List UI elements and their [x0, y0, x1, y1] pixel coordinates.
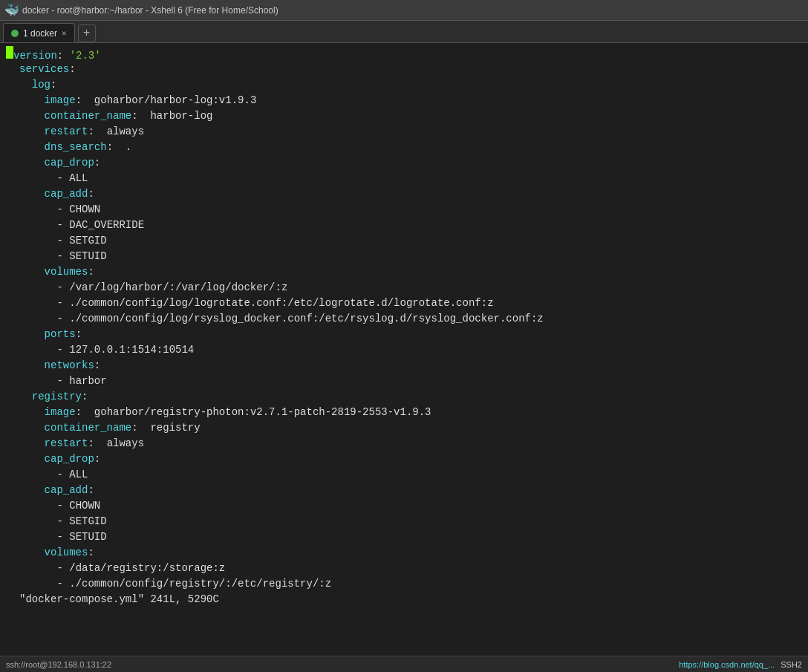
line-part: ALL: [69, 467, 88, 483]
line-part: -: [56, 280, 69, 296]
terminal-line: - /var/log/harbor/:/var/log/docker/:z: [6, 280, 802, 296]
status-right: https://blog.csdn.net/qq_... SSH2: [679, 660, 802, 669]
line-part: :: [88, 186, 94, 202]
line-part: :: [69, 62, 75, 77]
line-part: registry: [150, 420, 200, 436]
terminal-line: restart: always: [6, 436, 802, 451]
terminal-line: - 127.0.0.1:1514:10514: [6, 342, 802, 358]
terminal-line: dns_search: .: [6, 140, 802, 155]
line-part: :: [76, 327, 82, 342]
line-part: ALL: [69, 171, 88, 186]
line-part: CHOWN: [69, 202, 100, 218]
tab-status-dot: [11, 30, 19, 37]
terminal-line: restart: always: [6, 124, 802, 140]
line-part: harbor-log: [150, 108, 212, 124]
terminal-line: volumes:: [6, 545, 802, 561]
line-part: -: [56, 233, 69, 249]
line-part: :: [82, 389, 88, 405]
line-part: SETUID: [69, 529, 106, 545]
line-part: :: [88, 483, 94, 498]
terminal-line: volumes:: [6, 264, 802, 280]
line-part: cap_drop: [45, 155, 94, 171]
line-part: :: [76, 405, 94, 420]
terminal-line: - ./common/config/log/logrotate.conf:/et…: [6, 296, 802, 311]
line-part: image: [45, 93, 76, 108]
line-part: cap_drop: [45, 451, 94, 467]
line-part: log: [32, 77, 50, 93]
line-part: SETGID: [69, 233, 106, 249]
line-part: always: [107, 124, 144, 140]
cursor: [6, 46, 13, 59]
line-part: :: [88, 124, 106, 140]
line-part: networks: [45, 358, 94, 373]
line-part: "docker-compose.yml" 241L, 5290C: [19, 592, 219, 607]
docker-icon: 🐳: [6, 4, 18, 16]
line-part: ./common/config/registry/:/etc/registry/…: [69, 576, 331, 592]
line-part: ./common/config/log/rsyslog_docker.conf:…: [69, 311, 544, 327]
line-part: :: [94, 451, 100, 467]
terminal-line: networks:: [6, 358, 802, 373]
title-bar: 🐳 docker - root@harbor:~/harbor - Xshell…: [0, 0, 808, 21]
line-part: container_name: [45, 108, 132, 124]
terminal-line: services:: [6, 62, 802, 77]
line-part: -: [56, 467, 69, 483]
line-part: -: [56, 514, 69, 529]
line-part: ports: [45, 327, 76, 342]
line-part: cap_add: [45, 186, 88, 202]
terminal-line: - harbor: [6, 373, 802, 389]
line-part: -: [56, 498, 69, 514]
line-part: goharbor/harbor-log:v1.9.3: [94, 93, 256, 108]
tab-bar: 1 docker ✕ +: [0, 21, 808, 43]
line-part: -: [56, 342, 69, 358]
terminal-line: - ./common/config/registry/:/etc/registr…: [6, 576, 802, 592]
line-part: -: [56, 171, 69, 186]
line-part: -: [56, 561, 69, 576]
line-part: goharbor/registry-photon:v2.7.1-patch-28…: [94, 405, 431, 420]
status-bar: ssh://root@192.168.0.131:22 https://blog…: [0, 656, 808, 672]
new-tab-button[interactable]: +: [78, 25, 96, 42]
line-part: SETGID: [69, 514, 106, 529]
terminal-line: - ./common/config/log/rsyslog_docker.con…: [6, 311, 802, 327]
line-part: -: [56, 529, 69, 545]
terminal-line: - ALL: [6, 467, 802, 483]
terminal-line: - SETGID: [6, 233, 802, 249]
line-part: restart: [45, 124, 88, 140]
line-part: dns_search: [45, 140, 107, 155]
terminal-line: - CHOWN: [6, 202, 802, 218]
line-part: :: [94, 358, 100, 373]
terminal-line: image: goharbor/harbor-log:v1.9.3: [6, 93, 802, 108]
terminal-line: - SETGID: [6, 514, 802, 529]
line-part: cap_add: [45, 483, 88, 498]
terminal-line: cap_drop:: [6, 155, 802, 171]
title-text: docker - root@harbor:~/harbor - Xshell 6…: [22, 5, 278, 16]
terminal-line: cap_add:: [6, 186, 802, 202]
line-part: container_name: [45, 420, 132, 436]
terminal-line: container_name: harbor-log: [6, 108, 802, 124]
line-part: registry: [32, 389, 82, 405]
line-part: -: [56, 373, 69, 389]
terminal-line: registry:: [6, 389, 802, 405]
terminal-line: version: '2.3': [6, 46, 802, 62]
line-part: :: [50, 77, 56, 93]
line-part: :: [88, 436, 106, 451]
line-part: harbor: [69, 373, 106, 389]
tab-close-button[interactable]: ✕: [62, 28, 67, 38]
line-part: :: [94, 155, 100, 171]
line-part: :: [131, 108, 150, 124]
line-part: :: [131, 420, 150, 436]
line-part: -: [56, 311, 69, 327]
line-part: :: [88, 264, 94, 280]
terminal-line: container_name: registry: [6, 420, 802, 436]
line-part: volumes: [45, 545, 88, 561]
line-part: CHOWN: [69, 498, 100, 514]
line-part: restart: [45, 436, 88, 451]
terminal-line: - ALL: [6, 171, 802, 186]
line-part: always: [107, 436, 144, 451]
line-part: /data/registry:/storage:z: [69, 561, 225, 576]
line-part: DAC_OVERRIDE: [69, 218, 144, 233]
line-part: .: [126, 140, 131, 155]
line-part: -: [56, 202, 69, 218]
tab-label: 1 docker: [23, 28, 57, 39]
tab-docker[interactable]: 1 docker ✕: [3, 23, 75, 42]
line-part: image: [45, 405, 76, 420]
